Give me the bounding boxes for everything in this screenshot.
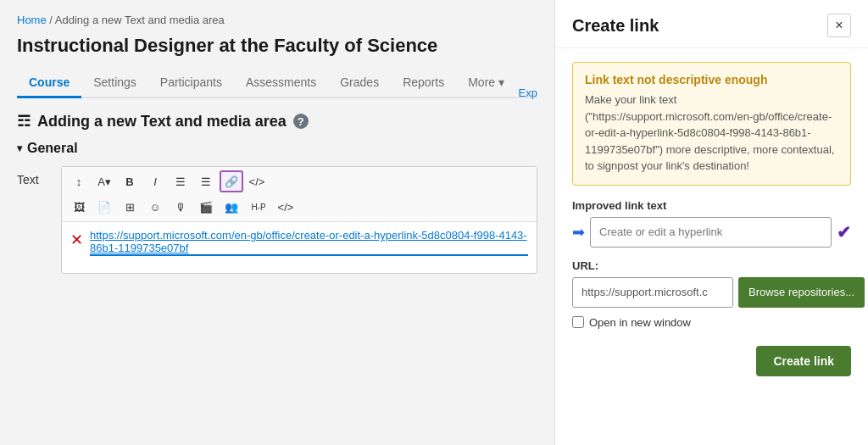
toolbar-row-1: ↕ A▾ B I ☰ ☰ 🔗 </> <box>67 170 531 192</box>
open-new-window-checkbox[interactable] <box>572 316 584 328</box>
tab-assessments[interactable]: Assessments <box>234 69 328 98</box>
open-new-window-label[interactable]: Open in new window <box>589 316 691 329</box>
breadcrumb-home[interactable]: Home <box>17 14 47 26</box>
section-title-text: Adding a new Text and media area <box>37 113 287 131</box>
delete-icon[interactable]: ✕ <box>70 231 83 249</box>
toolbar-btn-file[interactable]: 📄 <box>92 196 116 218</box>
warning-box: Link text not descriptive enough Make yo… <box>572 62 851 186</box>
create-link-button[interactable]: Create link <box>756 346 851 376</box>
section-title: ☶ Adding a new Text and media area ? <box>17 112 537 131</box>
general-section: ▾ General Text ↕ A▾ B I ☰ ☰ 🔗 </> <box>17 141 537 274</box>
improved-link-input[interactable] <box>590 217 832 248</box>
tab-reports[interactable]: Reports <box>391 69 456 98</box>
toolbar-btn-hp[interactable]: H-P <box>245 196 272 218</box>
toolbar-btn-unlink[interactable]: </> <box>245 170 269 192</box>
url-row: Browse repositories... <box>572 277 851 308</box>
dialog-title: Create link <box>572 16 659 36</box>
arrow-icon: ➡ <box>572 223 585 242</box>
dialog-header: Create link × <box>555 0 868 48</box>
tab-settings[interactable]: Settings <box>81 69 148 98</box>
toolbar-btn-bold[interactable]: B <box>118 170 142 192</box>
toolbar-btn-image[interactable]: 🖼 <box>67 196 91 218</box>
create-link-dialog: Create link × Link text not descriptive … <box>554 0 868 445</box>
dialog-body: Link text not descriptive enough Make yo… <box>555 48 868 445</box>
toolbar-btn-link[interactable]: 🔗 <box>220 170 243 192</box>
warning-text: Make your link text ("https://support.mi… <box>585 92 838 175</box>
tab-more[interactable]: More ▾ <box>456 69 516 98</box>
left-panel: Home / Adding a new Text and media area … <box>0 0 554 445</box>
checkmark-icon: ✔ <box>837 222 851 242</box>
tab-participants[interactable]: Participants <box>148 69 234 98</box>
toolbar-btn-teams[interactable]: 👥 <box>220 196 243 218</box>
general-header: ▾ General <box>17 141 537 156</box>
expand-link[interactable]: Exp <box>519 86 537 99</box>
browse-repositories-button[interactable]: Browse repositories... <box>738 277 865 308</box>
improved-link-label: Improved link text <box>572 199 851 212</box>
toolbar-btn-audio[interactable]: 🎙 <box>169 196 192 218</box>
toolbar: ↕ A▾ B I ☰ ☰ 🔗 </> 🖼 📄 ⊞ ☺ 🎙 <box>62 167 537 222</box>
section-icon: ☶ <box>17 112 31 131</box>
toolbar-btn-table[interactable]: ⊞ <box>118 196 142 218</box>
toolbar-btn-list-ol[interactable]: ☰ <box>194 170 218 192</box>
dialog-close-button[interactable]: × <box>827 14 851 37</box>
help-icon[interactable]: ? <box>293 114 309 129</box>
editor-content[interactable]: ✕ https://support.microsoft.com/en-gb/of… <box>62 222 537 273</box>
url-label: URL: <box>572 259 851 272</box>
improved-link-row: ➡ ✔ <box>572 217 851 248</box>
warning-title: Link text not descriptive enough <box>585 73 838 86</box>
toolbar-btn-video[interactable]: 🎬 <box>194 196 218 218</box>
editor-link[interactable]: https://support.microsoft.com/en-gb/offi… <box>90 229 528 256</box>
general-label: General <box>27 141 78 156</box>
toolbar-btn-format[interactable]: A▾ <box>92 170 116 192</box>
nav-tabs: Course Settings Participants Assessments… <box>17 69 537 98</box>
page-title: Instructional Designer at the Faculty of… <box>17 35 537 57</box>
text-label: Text <box>17 166 51 186</box>
toolbar-row-2: 🖼 📄 ⊞ ☺ 🎙 🎬 👥 H-P </> <box>67 196 531 218</box>
toolbar-btn-italic[interactable]: I <box>143 170 167 192</box>
tab-grades[interactable]: Grades <box>328 69 391 98</box>
toolbar-btn-reorder[interactable]: ↕ <box>67 170 91 192</box>
breadcrumb: Home / Adding a new Text and media area <box>17 14 537 26</box>
toolbar-btn-code[interactable]: </> <box>274 196 298 218</box>
tab-course[interactable]: Course <box>17 69 81 98</box>
toolbar-btn-list-ul[interactable]: ☰ <box>169 170 192 192</box>
chevron-icon: ▾ <box>17 142 22 154</box>
url-input[interactable] <box>572 277 733 308</box>
editor-area: ↕ A▾ B I ☰ ☰ 🔗 </> 🖼 📄 ⊞ ☺ 🎙 <box>61 166 537 274</box>
breadcrumb-current: Adding a new Text and media area <box>55 14 225 26</box>
open-new-window-row: Open in new window <box>572 316 851 329</box>
editor-link-row: ✕ https://support.microsoft.com/en-gb/of… <box>70 229 528 256</box>
toolbar-btn-emoji[interactable]: ☺ <box>143 196 167 218</box>
text-row: Text ↕ A▾ B I ☰ ☰ 🔗 </> 🖼 📄 <box>17 166 537 274</box>
